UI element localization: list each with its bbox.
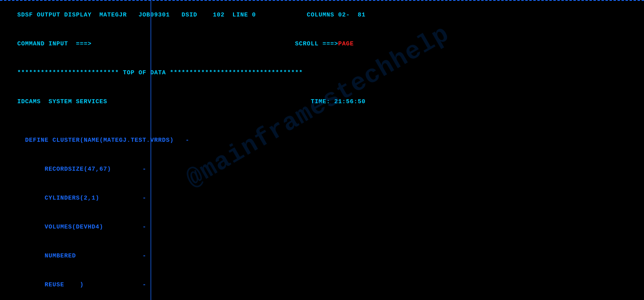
cylinders-line: CYLINDERS(2,1) -	[0, 184, 644, 213]
blank-line-1	[0, 116, 644, 126]
idcams-text: IDCAMS SYSTEM SERVICES TIME: 21:56:50	[17, 98, 366, 105]
header-line-2: COMMAND INPUT ===> SCROLL ===>PAGE	[0, 30, 644, 59]
main-screen: SDSF OUTPUT DISPLAY MATEGJR JOB09301 DSI…	[0, 0, 644, 300]
scroll-value: PAGE	[338, 41, 354, 47]
reuse-line: REUSE ) -	[0, 271, 644, 300]
define-text: DEFINE CLUSTER(NAME(MATEGJ.TEST.VRRDS) -	[17, 137, 189, 144]
recordsize-line: RECORDSIZE(47,67) -	[0, 155, 644, 184]
recordsize-text: RECORDSIZE(47,67) -	[17, 166, 146, 173]
idcams-line: IDCAMS SYSTEM SERVICES TIME: 21:56:50	[0, 88, 644, 116]
vertical-divider	[150, 0, 151, 300]
cylinders-text: CYLINDERS(2,1) -	[17, 195, 146, 202]
numbered-text: NUMBERED -	[17, 253, 146, 259]
numbered-line: NUMBERED -	[0, 242, 644, 271]
header1-text: SDSF OUTPUT DISPLAY MATEGJR JOB09301 DSI…	[17, 12, 366, 18]
volumes-line: VOLUMES(DEVHD4) -	[0, 213, 644, 242]
top-of-data-line: ************************** TOP OF DATA *…	[0, 59, 644, 88]
top-of-data-text: ************************** TOP OF DATA *…	[17, 69, 303, 76]
reuse-text: REUSE ) -	[17, 282, 146, 288]
header-line-1: SDSF OUTPUT DISPLAY MATEGJR JOB09301 DSI…	[0, 1, 644, 30]
define-cluster-line: DEFINE CLUSTER(NAME(MATEGJ.TEST.VRRDS) -	[0, 126, 644, 155]
header2-text: COMMAND INPUT ===> SCROLL ===>	[17, 41, 338, 47]
volumes-text: VOLUMES(DEVHD4) -	[17, 224, 146, 231]
